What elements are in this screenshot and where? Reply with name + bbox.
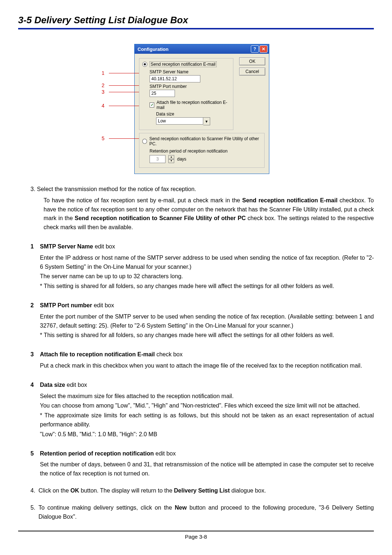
smtp-port-label: SMTP Port number (150, 84, 230, 89)
item-1-desc: Enter the IP address or host name of the… (40, 254, 374, 272)
section-title: 3-5 Delivery Setting List Dialogue Box (18, 15, 374, 26)
item-2-desc: * This setting is shared for all folders… (40, 331, 374, 340)
radio-other-pc[interactable] (142, 139, 147, 144)
item-4-desc: Select the maximum size for files attach… (40, 392, 374, 401)
radio-other-pc-label: Send reception notification to Scanner F… (149, 136, 261, 146)
cancel-button[interactable]: Cancel (239, 68, 265, 76)
item-4-desc: * The approximate size limits for each s… (40, 411, 374, 429)
dialog-title: Configuration (138, 46, 168, 52)
spin-down-icon[interactable]: ▼ (168, 159, 174, 163)
callout-1: 1 (102, 70, 107, 76)
item-3-desc: Put a check mark in this checkbox when y… (40, 361, 374, 370)
item-4: 4Data size edit box (30, 381, 374, 390)
page-number: Page 3-8 (18, 534, 374, 540)
ok-button[interactable]: OK (239, 57, 265, 65)
callout-2: 2 (102, 82, 107, 88)
data-size-select[interactable]: Low (156, 117, 203, 125)
callout-4: 4 (102, 103, 107, 109)
attach-file-label: Attach file to reception notification E-… (156, 100, 230, 110)
title-rule (18, 28, 374, 29)
step3-lead: 3. Select the transmission method for th… (30, 185, 374, 194)
other-pc-group: Send reception notification to Scanner F… (139, 133, 265, 168)
item-5-desc: Set the number of days, between 0 and 31… (40, 460, 374, 478)
configuration-dialog: Configuration ? ✕ OK Cancel Send recepti… (134, 44, 269, 174)
days-unit-label: days (177, 157, 186, 162)
email-group: Send reception notification E-mail SMTP … (139, 58, 233, 130)
dialog-titlebar[interactable]: Configuration ? ✕ (135, 44, 269, 54)
radio-send-email[interactable] (142, 62, 147, 67)
smtp-server-label: SMTP Server Name (150, 69, 230, 74)
step5: 5. To continue making delivery settings,… (30, 503, 374, 522)
attach-file-checkbox[interactable] (150, 102, 154, 108)
step4: 4. Click on the OK button. The display w… (30, 486, 374, 495)
item-3: 3Attach file to reception notification E… (30, 350, 374, 359)
close-icon[interactable]: ✕ (260, 45, 268, 53)
item-1: 1SMTP Server Name edit box (30, 242, 374, 251)
item-1-desc: The server name can be up to up to 32 ch… (40, 272, 374, 281)
dialog-screenshot: 1 2 3 4 5 Configuration ? ✕ OK Cancel (102, 44, 269, 174)
data-size-label: Data size (156, 112, 230, 117)
item-1-desc: * This setting is shared for all folders… (40, 282, 374, 291)
retention-days-input[interactable] (150, 155, 166, 163)
smtp-port-input[interactable] (150, 90, 175, 97)
smtp-server-input[interactable] (150, 75, 200, 82)
callout-5: 5 (102, 135, 107, 141)
item-2: 2SMTP Port number edit box (30, 301, 374, 310)
item-5: 5Retention period of reception notificat… (30, 449, 374, 458)
help-icon[interactable]: ? (251, 45, 259, 53)
retention-label: Retention period of reception notificati… (150, 149, 261, 154)
step3-detail: To have the notice of fax reception sent… (44, 196, 374, 232)
spin-up-icon[interactable]: ▲ (168, 155, 174, 159)
item-4-desc: You can choose from among "Low", "Mid.",… (40, 401, 374, 410)
footer-rule (18, 531, 374, 531)
chevron-down-icon[interactable]: ▼ (203, 117, 210, 125)
item-4-desc: "Low": 0.5 MB, "Mid.": 1.0 MB, "High": 2… (40, 430, 374, 439)
item-2-desc: Enter the port number of the SMTP server… (40, 312, 374, 331)
radio-send-email-label: Send reception notification E-mail (150, 61, 217, 67)
callout-3: 3 (102, 89, 107, 95)
